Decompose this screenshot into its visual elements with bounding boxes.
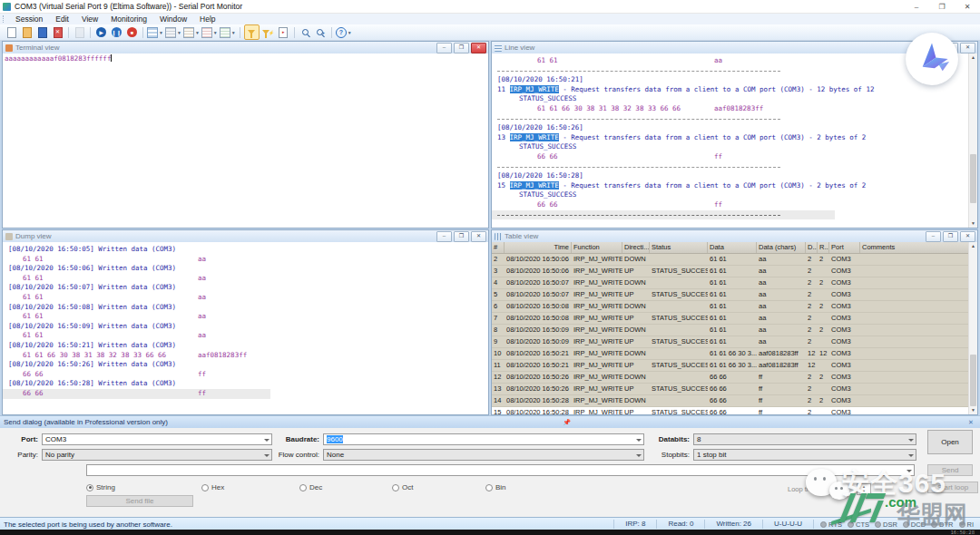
dump-minimize-button[interactable]: –: [436, 231, 452, 242]
parity-select[interactable]: No parity: [42, 449, 272, 461]
column-header-time[interactable]: Time: [505, 242, 572, 253]
format-radio-oct[interactable]: Oct: [392, 483, 413, 491]
export-icon[interactable]: ▸: [277, 25, 290, 39]
modem-view-toggle-icon[interactable]: ▼: [220, 25, 236, 39]
table-view-scrollbar[interactable]: ▲ ▼: [968, 242, 977, 414]
terminal-view-titlebar[interactable]: Terminal view – ❐ ✕: [3, 42, 488, 54]
table-view-content[interactable]: #TimeFunctionDirecti...StatusDataData (c…: [492, 242, 969, 414]
find-next-icon[interactable]: +: [314, 25, 328, 39]
save-session-icon[interactable]: [35, 25, 49, 39]
menu-monitoring[interactable]: Monitoring: [104, 14, 153, 24]
menu-edit[interactable]: Edit: [49, 14, 75, 24]
databits-select[interactable]: 8: [693, 433, 916, 445]
close-icon[interactable]: ✕: [965, 419, 976, 426]
column-header-status[interactable]: Status: [650, 242, 708, 253]
baudrate-select[interactable]: 9600: [323, 433, 644, 445]
send-button[interactable]: Send: [927, 464, 973, 476]
menu-help[interactable]: Help: [193, 14, 221, 24]
menu-session[interactable]: Session: [9, 14, 49, 24]
table-row[interactable]: 608/10/2020 16:50:08IRP_MJ_WRITEDOWN61 6…: [492, 301, 969, 313]
line-close-button[interactable]: ✕: [960, 43, 975, 54]
pin-icon[interactable]: 📌: [562, 419, 573, 426]
minimize-button[interactable]: –: [904, 3, 929, 11]
loop-count-spinner[interactable]: ▲▼: [857, 483, 871, 495]
restore-button[interactable]: ❐: [929, 3, 955, 11]
column-header-data[interactable]: Data: [708, 242, 757, 253]
column-header-r[interactable]: R...: [818, 242, 829, 253]
terminal-minimize-button[interactable]: –: [436, 43, 452, 54]
table-row[interactable]: 808/10/2020 16:50:09IRP_MJ_WRITEDOWN61 6…: [492, 325, 969, 336]
close-button[interactable]: ✕: [955, 3, 980, 11]
terminal-restore-button[interactable]: ❐: [454, 43, 469, 54]
format-radio-dec[interactable]: Dec: [299, 483, 322, 491]
scroll-up-icon[interactable]: ▲: [969, 54, 977, 62]
terminal-close-button[interactable]: ✕: [471, 43, 486, 54]
column-header-function[interactable]: Function: [572, 242, 622, 253]
column-header-datachars[interactable]: Data (chars): [757, 242, 806, 253]
table-row[interactable]: 208/10/2020 16:50:06IRP_MJ_WRITEDOWN61 6…: [492, 254, 969, 266]
port-select[interactable]: COM3: [42, 433, 272, 445]
filter-icon[interactable]: [244, 24, 260, 40]
dump-view-panel: Dump view – ❐ ✕ [08/10/2020 16:50:05] Wr…: [2, 229, 489, 415]
dtr-led-icon: [931, 521, 937, 528]
table-row[interactable]: 408/10/2020 16:50:07IRP_MJ_WRITEDOWN61 6…: [492, 277, 969, 289]
dump-view-content[interactable]: [08/10/2020 16:50:05] Written data (COM3…: [3, 242, 488, 414]
line-view-titlebar[interactable]: Line view – ❐ ✕: [492, 42, 977, 54]
terminal-view-toggle-icon[interactable]: ▼: [201, 25, 218, 39]
scroll-thumb[interactable]: [970, 355, 976, 406]
table-minimize-button[interactable]: –: [926, 231, 941, 242]
scroll-down-icon[interactable]: ▼: [969, 406, 977, 414]
start-monitoring-icon[interactable]: ▶: [94, 25, 108, 39]
format-radio-hex[interactable]: Hex: [201, 483, 224, 491]
column-header-#[interactable]: #: [492, 242, 505, 253]
table-row[interactable]: 1308/10/2020 16:50:26IRP_MJ_WRITEUPSTATU…: [492, 384, 969, 395]
close-session-icon[interactable]: ✕: [51, 25, 64, 39]
column-header-d[interactable]: D...: [806, 242, 818, 253]
open-button[interactable]: Open: [927, 430, 973, 454]
table-row[interactable]: 908/10/2020 16:50:09IRP_MJ_WRITEUPSTATUS…: [492, 336, 969, 348]
new-session-icon[interactable]: [5, 25, 18, 39]
table-row[interactable]: 708/10/2020 16:50:08IRP_MJ_WRITEUPSTATUS…: [492, 313, 969, 325]
scroll-down-icon[interactable]: ▼: [969, 219, 977, 228]
scroll-up-icon[interactable]: ▲: [969, 242, 977, 250]
column-header-port[interactable]: Port: [829, 242, 860, 253]
format-radio-string[interactable]: String: [86, 483, 115, 491]
line-view-icon: [495, 44, 502, 52]
open-session-icon[interactable]: [20, 25, 34, 39]
table-row[interactable]: 1008/10/2020 16:50:21IRP_MJ_WRITEDOWN61 …: [492, 348, 969, 360]
table-row[interactable]: 508/10/2020 16:50:07IRP_MJ_WRITEUPSTATUS…: [492, 289, 969, 301]
table-close-button[interactable]: ✕: [960, 231, 975, 242]
dump-view-titlebar[interactable]: Dump view – ❐ ✕: [3, 230, 488, 243]
filter-setup-icon[interactable]: ⚡: [261, 25, 275, 39]
dump-restore-button[interactable]: ❐: [454, 231, 469, 242]
stopbits-select[interactable]: 1 stop bit: [693, 449, 916, 461]
start-loop-button[interactable]: Start loop: [927, 482, 978, 493]
line-view-scrollbar[interactable]: ▲ ▼: [968, 54, 977, 228]
table-row[interactable]: 1108/10/2020 16:50:21IRP_MJ_WRITEUPSTATU…: [492, 360, 969, 372]
line-view-toggle-icon[interactable]: ▼: [165, 25, 181, 39]
table-row[interactable]: 1408/10/2020 16:50:28IRP_MJ_WRITEDOWN66 …: [492, 395, 969, 407]
terminal-view-content[interactable]: aaaaaaaaaaaaf0818283ffffff: [3, 54, 488, 228]
column-header-comments[interactable]: Comments: [860, 242, 969, 253]
dump-view-toggle-icon[interactable]: ▼: [183, 25, 200, 39]
table-row[interactable]: 1208/10/2020 16:50:26IRP_MJ_WRITEDOWN66 …: [492, 372, 969, 384]
send-data-input[interactable]: [86, 464, 915, 476]
scroll-thumb[interactable]: [970, 154, 976, 203]
table-row[interactable]: 308/10/2020 16:50:06IRP_MJ_WRITEUPSTATUS…: [492, 266, 969, 277]
table-restore-button[interactable]: ❐: [943, 231, 958, 242]
pause-monitoring-icon[interactable]: ❙❙: [110, 25, 123, 39]
format-radio-bin[interactable]: Bin: [485, 483, 506, 491]
table-row[interactable]: 1508/10/2020 16:50:28IRP_MJ_WRITEUPSTATU…: [492, 407, 969, 414]
menu-view[interactable]: View: [75, 14, 104, 24]
flow-control-select[interactable]: None: [323, 449, 644, 461]
column-header-directi[interactable]: Directi...: [622, 242, 650, 253]
line-view-content[interactable]: 61 61aa[08/10/2020 16:50:21]11 IRP_MJ_WR…: [492, 54, 969, 228]
table-view-toggle-icon[interactable]: ▼: [147, 25, 163, 39]
send-file-button[interactable]: Send file: [86, 495, 193, 507]
find-icon[interactable]: [299, 25, 312, 39]
stop-monitoring-icon[interactable]: ■: [125, 25, 139, 39]
table-view-titlebar[interactable]: Table view – ❐ ✕: [492, 230, 977, 243]
help-icon[interactable]: ?▼: [336, 25, 352, 39]
menu-window[interactable]: Window: [153, 14, 193, 24]
dump-close-button[interactable]: ✕: [471, 231, 486, 242]
